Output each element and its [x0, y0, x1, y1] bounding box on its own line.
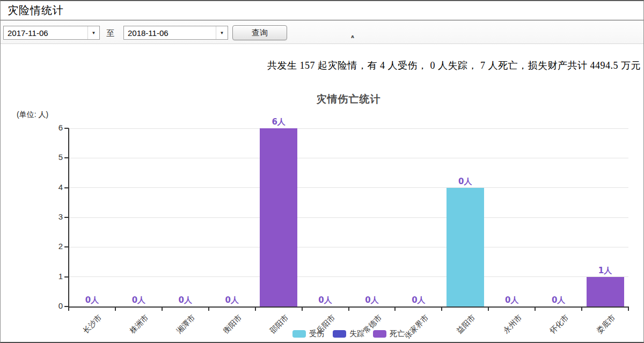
x-axis-tick [68, 308, 69, 311]
bar-value-label: 0人 [397, 295, 440, 305]
bar-value-label: 0人 [210, 295, 253, 305]
legend-swatch-icon [292, 330, 306, 338]
x-axis-tick [115, 308, 116, 311]
legend-swatch-icon [333, 330, 346, 338]
bar-value-label: 0人 [491, 295, 533, 305]
bar-value-label: 0人 [304, 295, 347, 305]
casualty-bar-chart: 灾情伤亡统计 (单位: 人) 受伤失踪死亡 01234560人0人0人0人6人0… [1, 1, 643, 342]
chart-legend: 受伤失踪死亡 [69, 329, 628, 339]
x-axis-tick [581, 308, 582, 311]
x-axis-tick [441, 308, 442, 311]
bar-value-label: 0人 [537, 295, 580, 305]
bar-死亡[interactable] [260, 128, 297, 306]
bar-value-label: 0人 [444, 177, 487, 187]
y-axis-label: 5 [33, 152, 63, 162]
bar-死亡[interactable] [587, 277, 624, 306]
y-axis-label: 3 [33, 212, 63, 221]
x-axis-tick [535, 308, 536, 311]
chart-unit-label: (单位: 人) [17, 110, 48, 120]
y-axis-label: 0 [33, 301, 63, 310]
gridline [69, 158, 628, 158]
y-axis-label: 1 [33, 272, 63, 281]
x-axis-tick [488, 308, 489, 311]
x-axis-tick [628, 308, 629, 311]
x-axis-tick [208, 308, 209, 311]
bar-受伤[interactable] [447, 188, 484, 306]
x-axis-tick [255, 308, 256, 311]
page: 灾险情统计 2017-11-06 ▼ 至 2018-11-06 ▼ 查询 ∧ 共… [0, 0, 644, 343]
legend-item-失踪[interactable]: 失踪 [333, 329, 364, 339]
bar-value-label: 1人 [584, 266, 627, 276]
legend-swatch-icon [373, 330, 386, 338]
y-axis-label: 2 [33, 242, 63, 251]
gridline [69, 247, 628, 247]
bar-value-label: 0人 [70, 295, 113, 305]
y-axis-label: 4 [33, 183, 63, 192]
bar-value-label: 0人 [350, 295, 393, 305]
gridline [69, 276, 628, 277]
bar-value-label: 0人 [117, 295, 160, 305]
bar-value-label: 6人 [257, 117, 300, 127]
legend-item-死亡[interactable]: 死亡 [373, 329, 405, 339]
gridline [69, 217, 628, 218]
bar-value-label: 0人 [164, 295, 207, 305]
x-axis-tick [302, 308, 303, 311]
legend-label: 失踪 [349, 329, 364, 339]
x-axis-tick [348, 308, 349, 311]
gridline [69, 187, 628, 188]
x-axis-tick [162, 308, 163, 311]
y-axis-line [68, 128, 69, 308]
x-axis-tick [394, 308, 396, 311]
y-axis-label: 6 [33, 123, 63, 132]
chart-title: 灾情伤亡统计 [69, 92, 628, 106]
gridline [69, 128, 628, 129]
